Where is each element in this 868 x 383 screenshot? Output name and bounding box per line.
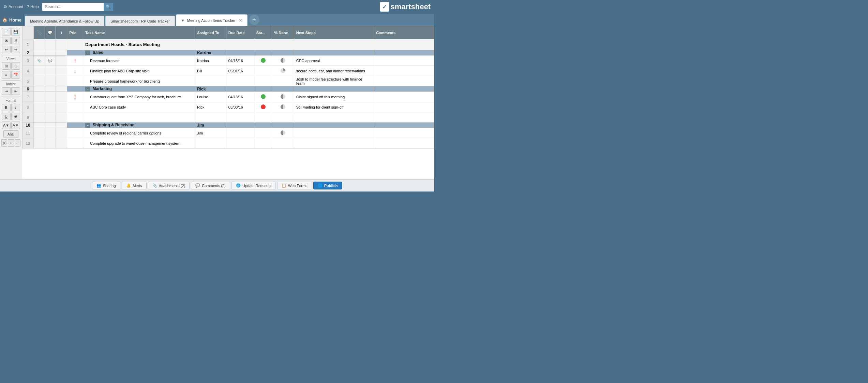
format-label: Format [0,98,22,103]
bold-button[interactable]: B [2,104,11,111]
font-family-button[interactable]: Arial [3,130,18,138]
status-cell [254,112,272,123]
underline-button[interactable]: U [2,113,11,120]
table-row: 8 ABC Corp case study Rick 03/30/16 Stil… [23,102,434,112]
due-date-cell [226,128,254,138]
status-red-icon [261,104,266,109]
task-name-cell: − Shipping & Receiving [83,123,195,128]
print-button[interactable]: 🖨 [11,37,20,44]
attachment-cell [33,112,45,123]
update-requests-button[interactable]: 🌐 Update Requests [231,182,276,189]
attachment-cell [33,92,45,102]
font-size-increase[interactable]: + [8,139,14,147]
next-steps-cell: Josh to model fee structure with finance… [294,76,374,86]
sharing-button[interactable]: 👥 Sharing [92,182,120,189]
comment-cell [45,128,56,138]
search-box: 🔍 [42,3,113,11]
next-steps-cell [294,86,374,92]
new-doc-button[interactable]: 📄 [2,28,11,36]
views-label: Views [0,56,22,61]
undo-button[interactable]: ↩ [2,46,11,53]
priority-cell [67,76,83,86]
italic-button[interactable]: I [11,104,20,111]
help-menu[interactable]: ? Help [27,4,39,9]
card-view-button[interactable]: ⊟ [11,62,20,70]
new-tab-button[interactable]: + [249,15,259,25]
calendar-view-button[interactable]: 📅 [11,71,20,79]
col-header-rownum [23,26,34,39]
tab-trp-code[interactable]: Smartsheet.com TRP Code Tracker [105,16,175,26]
pct-done-half-icon [281,58,285,63]
assigned-cell: Katrina [195,56,226,66]
account-label: Account [9,4,23,9]
next-steps-cell: secure hotel, car, and dinner reservatio… [294,66,374,76]
priority-exclaim-icon: ! [74,58,76,63]
account-menu[interactable]: ⚙ Account [3,4,23,9]
priority-cell [67,128,83,138]
format-row-2: U S [0,112,22,121]
tab-close-button[interactable]: ✕ [239,18,242,23]
assigned-cell: Rick [195,86,226,92]
spreadsheet-container: 📎 💬 i Prio Task Name Assigned To Due Dat… [22,26,434,179]
info-cell [56,50,67,56]
publish-button[interactable]: 🌐 Publish [313,182,342,189]
alerts-button[interactable]: 🔔 Alerts [122,182,147,189]
comments-button[interactable]: 💬 Comments (2) [191,182,230,189]
next-steps-cell: Claire signed off this morning [294,92,374,102]
divider-indent [1,80,20,81]
col-header-assigned: Assigned To [195,26,226,39]
save-button[interactable]: 💾 [11,28,20,36]
update-icon: 🌐 [236,183,241,188]
outdent-button[interactable]: ⇤ [11,87,20,95]
info-cell [56,138,67,148]
logo-sheet: sheet [411,2,431,11]
tab-action-items[interactable]: ▼ Meeting Action Items Tracker ✕ [176,14,248,26]
redo-button[interactable]: ↪ [11,46,20,53]
search-button[interactable]: 🔍 [104,3,113,11]
attachments-button[interactable]: 📎 Attachments (2) [148,182,190,189]
text-color-button[interactable]: A▼ [11,122,20,129]
attachment-cell [33,39,45,50]
attachment-cell [33,128,45,138]
tab-dropdown-icon: ▼ [181,18,185,23]
col-header-taskname: Task Name [83,26,195,39]
home-icon: 🏠 [2,17,8,23]
tab1-label: Meeting Agenda, Attendance & Follow Up [30,19,99,23]
info-cell [56,76,67,86]
web-forms-button[interactable]: 📋 Web Forms [277,182,312,189]
fill-color-button[interactable]: A▼ [2,122,11,129]
next-steps-cell [294,50,374,56]
grid-view-button[interactable]: ⊞ [2,62,11,70]
divider-views [1,55,20,55]
row-number: 8 [23,102,34,112]
search-input[interactable] [42,3,104,11]
font-size-display: 10 [1,139,7,147]
status-cell [254,128,272,138]
comments-cell [374,112,434,123]
toolbar-row-2: ✉ 🖨 [0,36,22,45]
email-button[interactable]: ✉ [2,37,11,44]
gantt-view-button[interactable]: ≡ [2,71,11,79]
expand-button[interactable]: − [85,51,90,55]
tab-meeting-agenda[interactable]: Meeting Agenda, Attendance & Follow Up [25,16,104,26]
sharing-icon: 👥 [96,183,101,188]
next-steps-cell [294,123,374,128]
views-row-1: ⊞ ⊟ [0,61,22,70]
priority-cell [67,102,83,112]
strikethrough-button[interactable]: S [11,113,20,120]
indent-button[interactable]: ⇥ [2,87,11,95]
comment-cell [45,86,56,92]
expand-button[interactable]: − [85,87,90,91]
comment-cell [45,123,56,128]
info-cell [56,66,67,76]
sharing-label: Sharing [103,184,116,188]
assigned-cell: Jim [195,123,226,128]
attachments-icon: 📎 [152,183,157,188]
home-tab[interactable]: 🏠 Home [0,14,24,26]
table-row: 1 Department Heads - Status Meeting [23,39,434,50]
expand-button[interactable]: − [85,123,90,128]
row-number: 11 [23,128,34,138]
comments-cell [374,50,434,56]
font-size-decrease[interactable]: − [15,139,20,147]
due-date-cell [226,50,254,56]
